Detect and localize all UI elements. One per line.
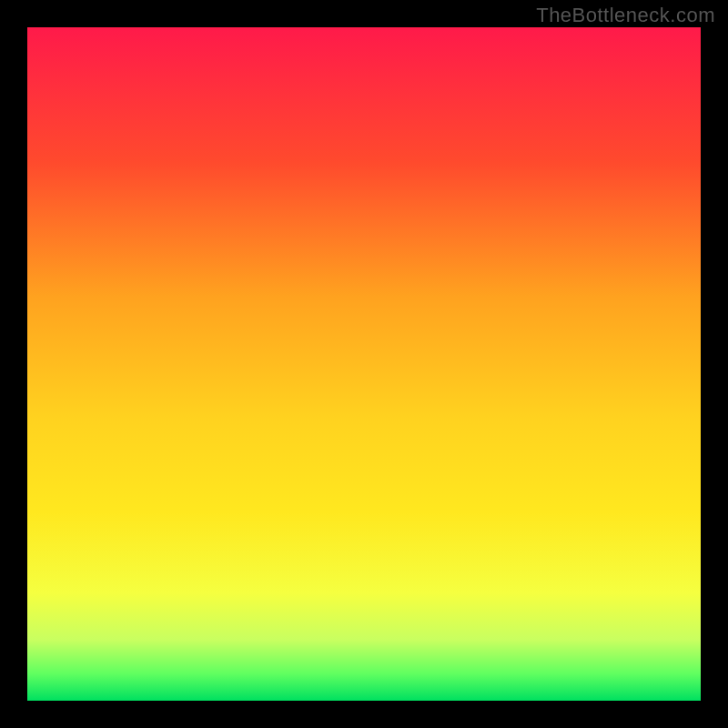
chart-background-gradient [27, 27, 701, 701]
watermark-text: TheBottleneck.com [536, 4, 715, 27]
chart-plot-area [27, 27, 701, 701]
chart-frame: TheBottleneck.com [0, 0, 728, 728]
chart-svg [27, 27, 701, 701]
